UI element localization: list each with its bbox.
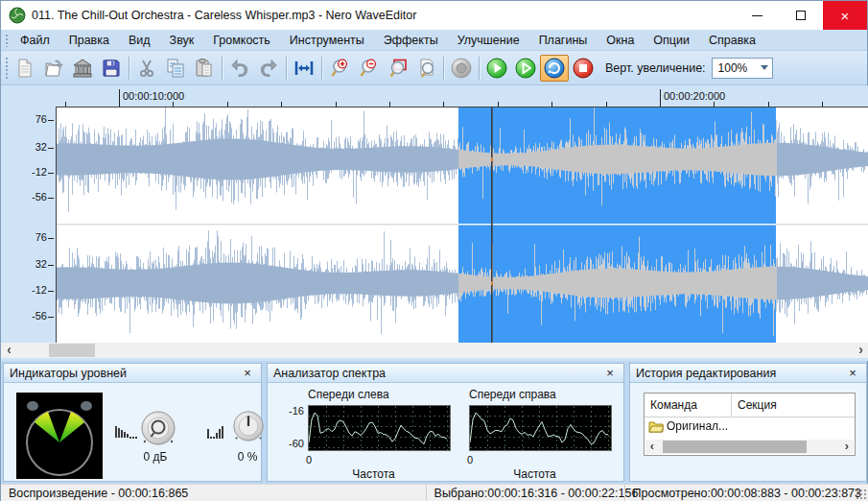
- x-axis-label: Частота: [294, 467, 453, 481]
- library-button[interactable]: [68, 55, 97, 82]
- volume-knob-label: 0 дБ: [127, 450, 184, 464]
- record-button[interactable]: [447, 55, 476, 82]
- ruler-time-label: 00:00:20:000: [664, 90, 725, 102]
- chevron-down-icon: [757, 59, 772, 78]
- spectrum-body: Спереди слева -16 -60 0 Частота Спереди …: [268, 383, 623, 482]
- minimize-button[interactable]: [735, 1, 779, 30]
- x-axis-zero-label: 0: [467, 454, 473, 465]
- waveform-canvas[interactable]: [56, 107, 868, 343]
- nero-app-icon: [9, 7, 26, 24]
- horizontal-scrollbar[interactable]: ‹ ›: [1, 343, 868, 358]
- save-button[interactable]: [97, 55, 126, 82]
- menu-item-окна[interactable]: Окна: [597, 30, 644, 50]
- history-scrollbar[interactable]: ‹ ›: [645, 440, 854, 454]
- menu-item-эффекты[interactable]: Эффекты: [374, 30, 448, 50]
- menu-item-правка[interactable]: Правка: [59, 30, 119, 50]
- scroll-left-icon[interactable]: ‹: [1, 343, 17, 358]
- menu-bar: ФайлПравкаВидЗвукГромкостьИнструментыЭфф…: [1, 30, 867, 51]
- history-column-header[interactable]: Команда: [645, 394, 732, 417]
- status-selection: Выбрано:00:00:16:316 - 00:00:22:156: [426, 485, 624, 501]
- panel-title-bar: Анализатор спектра ×: [268, 364, 623, 383]
- vertical-zoom-label: Верт. увеличение:: [605, 61, 706, 75]
- toolbar-grip[interactable]: [4, 56, 9, 81]
- resize-grip[interactable]: [856, 489, 867, 500]
- cut-button[interactable]: [132, 55, 161, 82]
- scroll-left-icon[interactable]: ‹: [645, 440, 659, 454]
- play-all-button[interactable]: [511, 55, 540, 82]
- edit-history-panel: История редактирования × КомандаСекция О…: [629, 363, 867, 482]
- undo-button[interactable]: [225, 55, 254, 82]
- menubar-grip[interactable]: [4, 33, 9, 47]
- amplitude-label: -12: [32, 284, 47, 296]
- title-bar: 011. The Chill-Out Orchestra - Careless …: [1, 1, 867, 30]
- minimize-icon: [752, 15, 762, 16]
- docked-panels: Индикаторы уровней ×: [1, 361, 868, 484]
- amplitude-tick: [48, 317, 54, 318]
- close-icon[interactable]: ×: [240, 366, 255, 380]
- waveform-region: 00:00:10:00000:00:20:000 7632-12-567632-…: [1, 85, 868, 361]
- spectrum-analyzer-panel: Анализатор спектра × Спереди слева -16 -…: [267, 363, 624, 482]
- zoom-page-button[interactable]: [411, 55, 440, 82]
- menu-item-громкость[interactable]: Громкость: [203, 30, 280, 50]
- amplitude-tick: [48, 120, 54, 121]
- loop-button[interactable]: [540, 55, 569, 82]
- history-body: КомандаСекция Оригинал... ‹ ›: [630, 383, 866, 482]
- stop-button[interactable]: [569, 55, 598, 82]
- zoom-out-button[interactable]: [354, 55, 383, 82]
- scrollbar-thumb[interactable]: [49, 344, 95, 357]
- redo-button[interactable]: [254, 55, 283, 82]
- new-icon: [14, 58, 35, 79]
- pan-knob[interactable]: [232, 410, 265, 442]
- volume-knob[interactable]: [140, 410, 176, 446]
- zoom-selection-button[interactable]: [383, 55, 411, 82]
- balance-bars-icon: [207, 425, 228, 439]
- zoom-out-icon: [358, 58, 379, 79]
- library-icon: [72, 58, 93, 79]
- zoom-page-icon: [415, 58, 436, 79]
- amplitude-label: 76: [35, 113, 47, 125]
- close-icon[interactable]: ×: [602, 366, 618, 380]
- loop-icon: [543, 57, 566, 80]
- maximize-button[interactable]: [779, 1, 823, 30]
- menu-item-файл[interactable]: Файл: [11, 30, 59, 50]
- menu-item-опции[interactable]: Опции: [644, 30, 699, 50]
- menu-item-плагины[interactable]: Плагины: [529, 30, 598, 50]
- menu-item-улучшение[interactable]: Улучшение: [448, 30, 529, 50]
- panel-title: Индикаторы уровней: [10, 367, 240, 380]
- scroll-right-icon[interactable]: ›: [853, 343, 868, 358]
- history-row[interactable]: Оригинал...: [645, 418, 855, 435]
- menu-item-звук[interactable]: Звук: [160, 30, 204, 50]
- vertical-zoom-dropdown[interactable]: 100%: [712, 58, 773, 79]
- menu-item-вид[interactable]: Вид: [119, 30, 160, 50]
- level-indicators-panel: Индикаторы уровней ×: [3, 363, 262, 482]
- copy-button[interactable]: [161, 55, 190, 82]
- status-viewed: Просмотрено:00:00:08:883 - 00:00:23:873: [624, 485, 868, 501]
- scroll-right-icon[interactable]: ›: [840, 440, 854, 454]
- ruler-major-tick: [660, 89, 661, 107]
- toolbar-separator: [129, 57, 129, 80]
- paste-button[interactable]: [190, 55, 219, 82]
- play-button[interactable]: [482, 55, 511, 82]
- panel-title-bar: Индикаторы уровней ×: [4, 364, 261, 383]
- close-icon[interactable]: ×: [845, 366, 860, 380]
- time-ruler[interactable]: 00:00:10:00000:00:20:000: [56, 89, 868, 107]
- amplitude-tick: [48, 173, 54, 174]
- paste-icon: [194, 58, 215, 79]
- amplitude-tick: [48, 291, 54, 292]
- fit-width-button[interactable]: [290, 55, 318, 82]
- toolbar-separator: [286, 57, 287, 80]
- maximize-icon: [796, 11, 806, 20]
- menu-item-инструменты[interactable]: Инструменты: [280, 30, 374, 50]
- folder-icon: [648, 420, 664, 433]
- new-button[interactable]: [11, 55, 39, 82]
- scrollbar-thumb[interactable]: [663, 441, 807, 453]
- menu-item-справка[interactable]: Справка: [699, 30, 765, 50]
- open-button[interactable]: [39, 55, 68, 82]
- amplitude-scale: 7632-12-567632-12-56: [1, 107, 56, 342]
- history-column-header[interactable]: Секция: [732, 394, 777, 417]
- panel-title-bar: История редактирования ×: [630, 364, 866, 383]
- zoom-in-button[interactable]: [325, 55, 354, 82]
- status-playback: Воспроизведение - 00:00:16:865: [1, 485, 426, 501]
- close-button[interactable]: ×: [823, 1, 867, 30]
- amplitude-label: -56: [32, 310, 47, 322]
